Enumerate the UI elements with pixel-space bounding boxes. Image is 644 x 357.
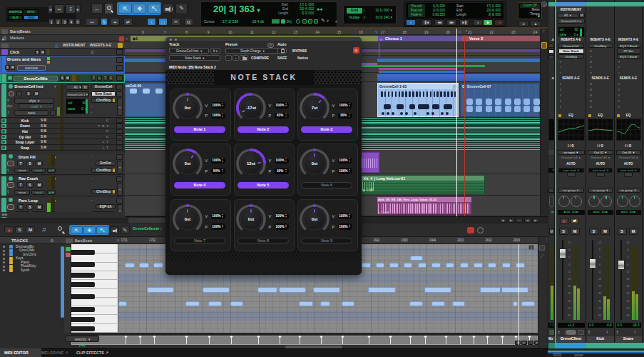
svg-text:0st: 0st (185, 106, 191, 110)
svg-text:5st: 5st (185, 161, 191, 166)
svg-text:0st: 0st (312, 161, 318, 166)
svg-text:-17st: -17st (246, 106, 256, 110)
svg-text:0st: 0st (185, 217, 191, 221)
svg-text:0st: 0st (248, 217, 255, 221)
svg-text:7st: 7st (312, 106, 318, 110)
svg-text:12st: 12st (247, 161, 255, 166)
svg-text:0st: 0st (312, 217, 318, 221)
